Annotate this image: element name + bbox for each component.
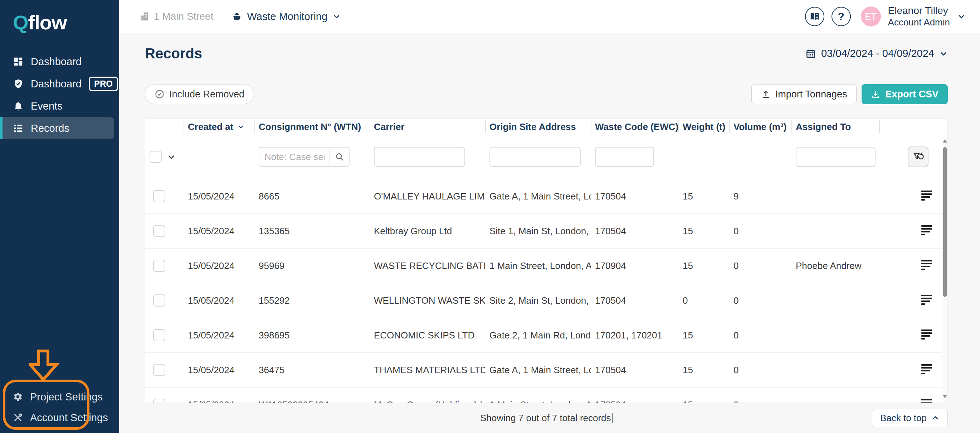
waste-bin-icon	[231, 11, 242, 22]
column-header-waste-code: Waste Code (EWC)	[591, 118, 678, 135]
sidebar-item-project-settings[interactable]: Project Settings	[0, 387, 119, 407]
row-menu-button[interactable]	[921, 364, 932, 376]
clear-filters-button[interactable]	[908, 147, 929, 167]
row-menu-button[interactable]	[921, 260, 932, 272]
origin-filter-input[interactable]	[490, 147, 581, 167]
row-menu-button[interactable]	[921, 295, 932, 306]
project-selector[interactable]: Waste Monitoring	[231, 11, 341, 22]
sidebar-item-events[interactable]: Events	[0, 95, 119, 117]
user-name: Eleanor Tilley	[888, 5, 950, 16]
row-checkbox[interactable]	[153, 399, 165, 403]
import-tonnages-label: Import Tonnages	[775, 89, 847, 100]
cell-weight: 15	[678, 225, 729, 237]
expand-all-chevron-icon[interactable]	[167, 152, 176, 161]
sidebar-item-label: Dashboard	[31, 56, 81, 68]
cell-waste-code: 170504	[591, 364, 678, 376]
main-area: 1 Main Street Waste Monitoring ? ET Elea…	[119, 0, 980, 433]
cell-consignment: 398695	[255, 330, 370, 341]
include-removed-toggle[interactable]: Include Removed	[145, 84, 254, 104]
include-removed-label: Include Removed	[169, 89, 244, 100]
column-header-consignment: Consignment N° (WTN)	[255, 118, 370, 135]
cell-carrier: WASTE RECYCLING BATH L...	[370, 260, 485, 272]
assigned-filter-input[interactable]	[796, 147, 875, 167]
sidebar-nav: Dashboard Dashboard PRO Events Records	[0, 51, 119, 139]
chevron-up-icon	[931, 414, 940, 422]
table-body: 15/05/2024 8665 O'MALLEY HAULAGE LIMIT..…	[145, 135, 942, 403]
cell-waste-code: 170201, 170201	[591, 330, 678, 341]
dashboard-grid-icon	[13, 56, 24, 67]
row-checkbox[interactable]	[153, 190, 165, 202]
filter-carrier-cell	[370, 147, 485, 167]
docs-button[interactable]	[805, 7, 824, 26]
sidebar-item-records[interactable]: Records	[0, 117, 114, 139]
table-row: 15/05/2024 W110522295424 McGee Group (Ho…	[145, 387, 942, 403]
building-icon	[139, 11, 150, 22]
column-label: Consignment N° (WTN)	[259, 121, 361, 133]
column-header-created-at[interactable]: Created at	[183, 118, 255, 135]
sidebar-item-dashboard-pro[interactable]: Dashboard PRO	[0, 73, 119, 95]
row-menu-button[interactable]	[921, 399, 932, 403]
carrier-filter-input[interactable]	[374, 147, 465, 167]
row-menu-button[interactable]	[921, 225, 932, 237]
select-all-checkbox[interactable]	[150, 151, 162, 163]
table-row: 15/05/2024 36475 THAMES MATERIALS LTD Ga…	[145, 352, 942, 387]
row-checkbox[interactable]	[153, 329, 165, 341]
content: Records 03/04/2024 - 04/09/2024 Include …	[119, 33, 980, 433]
export-csv-label: Export CSV	[885, 89, 939, 100]
calendar-icon	[805, 48, 816, 59]
scroll-up-arrow[interactable]	[943, 139, 947, 142]
cell-origin: Gate 2, 1 Main Rd, London, ...	[485, 330, 591, 341]
filter-actions-cell	[879, 147, 942, 167]
date-range-picker[interactable]: 03/04/2024 - 04/09/2024	[805, 48, 948, 59]
export-csv-button[interactable]: Export CSV	[862, 84, 948, 104]
column-header-weight: Weight (t)	[678, 118, 729, 135]
vertical-scrollbar[interactable]	[942, 135, 947, 403]
page-title: Records	[145, 45, 202, 62]
cell-volume: 0	[729, 399, 791, 403]
cell-origin: Site 2, Main St, London, A1...	[485, 295, 591, 306]
cell-volume: 0	[729, 260, 791, 272]
row-checkbox[interactable]	[153, 225, 165, 237]
column-label: Waste Code (EWC)	[595, 121, 678, 133]
site-name: 1 Main Street	[154, 11, 213, 22]
cell-volume: 0	[729, 364, 791, 376]
header-checkbox-spacer	[145, 118, 183, 135]
row-menu-button[interactable]	[921, 329, 932, 341]
scrollbar-thumb[interactable]	[943, 147, 947, 297]
top-bar: 1 Main Street Waste Monitoring ? ET Elea…	[119, 0, 980, 33]
back-to-top-label: Back to top	[880, 412, 927, 424]
cell-origin: 1 Main Street, London, AB3	[485, 399, 591, 403]
row-menu-button[interactable]	[921, 190, 932, 202]
user-menu-chevron-icon[interactable]	[957, 12, 966, 21]
consignment-search-button[interactable]	[329, 147, 350, 167]
help-button[interactable]: ?	[832, 7, 851, 26]
cell-assigned: Phoebe Andrew	[791, 260, 879, 272]
sidebar-item-dashboard[interactable]: Dashboard	[0, 51, 119, 73]
records-summary: Showing 7 out of 7 total records	[480, 412, 612, 424]
chevron-down-icon	[332, 12, 341, 21]
title-row: Records 03/04/2024 - 04/09/2024	[145, 33, 948, 74]
scroll-down-arrow[interactable]	[943, 395, 947, 398]
import-tonnages-button[interactable]: Import Tonnages	[751, 84, 857, 104]
actions-row: Include Removed Import Tonnages Export C…	[145, 84, 948, 104]
table-filter-row	[145, 135, 942, 179]
upload-icon	[761, 89, 771, 99]
sidebar-item-label: Records	[31, 123, 69, 134]
app-window: Qflow Dashboard Dashboard PRO Events Rec…	[0, 0, 980, 433]
sidebar-item-account-settings[interactable]: Account Settings	[0, 407, 119, 428]
row-checkbox[interactable]	[153, 260, 165, 272]
consignment-filter-input[interactable]	[259, 147, 329, 167]
cell-created: 15/05/2024	[183, 260, 255, 272]
back-to-top-button[interactable]: Back to top	[872, 409, 948, 427]
cell-waste-code: 170504	[591, 191, 678, 202]
table-row: 15/05/2024 155292 WELLINGTON WASTE SKIP.…	[145, 283, 942, 318]
row-checkbox[interactable]	[153, 364, 165, 376]
cell-volume: 9	[729, 191, 791, 202]
row-checkbox[interactable]	[153, 294, 165, 307]
avatar[interactable]: ET	[861, 6, 881, 27]
check-circle-icon	[154, 89, 165, 99]
waste-code-filter-input[interactable]	[595, 147, 654, 167]
annotation-down-arrow	[29, 350, 63, 382]
cell-weight: 15	[678, 399, 729, 403]
cell-waste-code: 170504	[591, 225, 678, 237]
